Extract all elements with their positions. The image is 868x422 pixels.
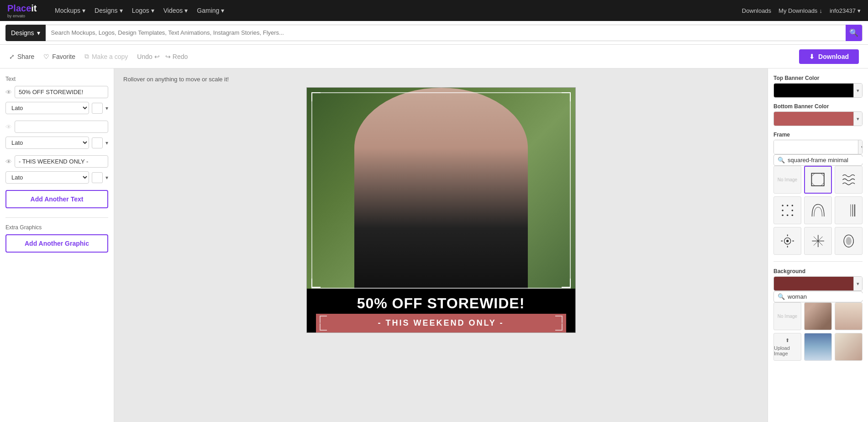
search-type-select[interactable]: Designs ▾ bbox=[5, 25, 46, 41]
nav-item-designs[interactable]: Designs ▾ bbox=[95, 7, 123, 14]
color-picker-2[interactable] bbox=[92, 137, 103, 148]
frame-thumb-stripes[interactable] bbox=[835, 196, 863, 224]
logo-place: Place bbox=[7, 3, 31, 13]
bg-thumb-woman3[interactable] bbox=[835, 302, 863, 330]
user-menu[interactable]: info23437 ▾ bbox=[830, 7, 861, 14]
visibility-icon-2[interactable]: 👁 bbox=[5, 123, 12, 131]
nav-item-logos[interactable]: Logos ▾ bbox=[132, 7, 154, 14]
nav-items: Mockups ▾ Designs ▾ Logos ▾ Videos ▾ Gam… bbox=[55, 7, 731, 14]
banner-sub-banner: - THIS WEEKEND ONLY - bbox=[316, 314, 566, 332]
favorite-button[interactable]: ♡ Favorite bbox=[43, 53, 75, 60]
background-section: Background ▾ 🔍 No Image ⬆ Upload Im bbox=[773, 268, 863, 361]
svg-point-9 bbox=[791, 210, 793, 211]
font-select-3[interactable]: Lato bbox=[5, 171, 89, 184]
nav-item-gaming[interactable]: Gaming ▾ bbox=[197, 7, 224, 14]
rollover-hint: Rollover on anything to move or scale it… bbox=[121, 76, 229, 83]
banner-sub-text: - THIS WEEKEND ONLY - bbox=[325, 318, 557, 328]
frame-thumb-arch[interactable] bbox=[804, 196, 832, 224]
bg-search-wrap: 🔍 bbox=[773, 291, 863, 302]
bottom-banner-color-picker[interactable]: ▾ bbox=[773, 111, 863, 126]
redo-button[interactable]: ↪ Redo bbox=[165, 53, 188, 60]
search-icon: 🔍 bbox=[778, 157, 785, 164]
background-color-chevron[interactable]: ▾ bbox=[853, 277, 862, 290]
svg-point-27 bbox=[846, 237, 851, 245]
bg-thumb-woman1[interactable] bbox=[804, 302, 832, 330]
frame-thumb-blob[interactable] bbox=[835, 227, 863, 255]
nav-right: Downloads My Downloads ↓ info23437 ▾ bbox=[742, 7, 861, 14]
frame-search-input[interactable] bbox=[788, 157, 864, 164]
banner-corner-tr bbox=[555, 316, 563, 323]
search-input-wrap: 🔍 bbox=[46, 25, 863, 41]
visibility-icon-1[interactable]: 👁 bbox=[5, 89, 12, 96]
banner-main-text: 50% OFF STOREWIDE! bbox=[316, 295, 566, 312]
heart-icon: ♡ bbox=[43, 53, 49, 60]
font-select-2[interactable]: Lato bbox=[5, 137, 89, 149]
download-arrow-icon: ↓ bbox=[819, 7, 822, 14]
svg-point-10 bbox=[782, 214, 784, 216]
frame-select-input[interactable] bbox=[774, 140, 858, 154]
frame-select-chevron[interactable]: ▾ bbox=[858, 140, 863, 154]
make-copy-button[interactable]: ⧉ Make a copy bbox=[84, 53, 128, 60]
downloads-tab[interactable]: Downloads bbox=[742, 7, 771, 14]
bottom-banner-chevron[interactable]: ▾ bbox=[853, 112, 862, 126]
bg-search-input[interactable] bbox=[788, 293, 864, 300]
chevron-down-icon: ▾ bbox=[82, 7, 85, 14]
download-button[interactable]: ⬇ Download bbox=[799, 49, 859, 64]
undo-redo-group: Undo ↩ ↪ Redo bbox=[137, 53, 188, 60]
background-color-picker[interactable]: ▾ bbox=[773, 276, 863, 291]
frame-thumb-none[interactable]: No Image bbox=[773, 166, 801, 194]
text-input-3[interactable] bbox=[15, 155, 108, 168]
bg-thumb-none[interactable]: No Image bbox=[773, 302, 801, 330]
bg-thumb-woman4[interactable] bbox=[835, 333, 863, 361]
nav-item-mockups[interactable]: Mockups ▾ bbox=[55, 7, 85, 14]
toolbar: ⤢ Share ♡ Favorite ⧉ Make a copy Undo ↩ … bbox=[0, 45, 868, 69]
search-button[interactable]: 🔍 bbox=[846, 25, 862, 41]
text-input-2[interactable] bbox=[15, 121, 108, 133]
svg-point-5 bbox=[782, 205, 784, 206]
frame-thumb-squared[interactable] bbox=[804, 166, 832, 194]
add-text-button[interactable]: Add Another Text bbox=[5, 190, 108, 208]
share-button[interactable]: ⤢ Share bbox=[9, 53, 34, 60]
expand-btn-2[interactable]: ▾ bbox=[105, 140, 108, 146]
svg-point-17 bbox=[786, 240, 789, 242]
bg-thumb-woman2[interactable] bbox=[804, 333, 832, 361]
svg-line-1 bbox=[812, 174, 815, 177]
search-bar: Designs ▾ 🔍 bbox=[0, 21, 868, 45]
add-graphic-button[interactable]: Add Another Graphic bbox=[5, 234, 108, 253]
text-input-1[interactable] bbox=[15, 86, 108, 98]
chevron-down-icon: ▾ bbox=[37, 29, 40, 37]
chevron-down-icon: ▾ bbox=[857, 7, 861, 14]
bottom-banner-color-section: Bottom Banner Color ▾ bbox=[773, 103, 863, 126]
color-picker-3[interactable] bbox=[92, 172, 103, 183]
undo-button[interactable]: Undo ↩ bbox=[137, 53, 159, 60]
top-banner-color-picker[interactable]: ▾ bbox=[773, 83, 863, 98]
top-banner-color-label: Top Banner Color bbox=[773, 75, 863, 81]
expand-btn-3[interactable]: ▾ bbox=[105, 174, 108, 181]
canvas-image[interactable] bbox=[307, 88, 575, 289]
bg-thumb-upload[interactable]: ⬆ Upload Image bbox=[773, 333, 801, 361]
left-panel: Text 👁 Lato ▾ 👁 Lato ▾ 👁 bbox=[0, 69, 114, 422]
search-input[interactable] bbox=[46, 29, 846, 36]
expand-btn-1[interactable]: ▾ bbox=[105, 105, 108, 111]
svg-line-2 bbox=[812, 183, 815, 186]
top-banner-chevron[interactable]: ▾ bbox=[853, 84, 862, 97]
svg-point-7 bbox=[791, 205, 793, 206]
frame-thumb-wavy[interactable] bbox=[835, 166, 863, 194]
visibility-icon-3[interactable]: 👁 bbox=[5, 158, 12, 165]
top-banner-color-section: Top Banner Color ▾ bbox=[773, 75, 863, 98]
my-downloads[interactable]: My Downloads ↓ bbox=[779, 7, 822, 14]
frame-thumb-gear[interactable] bbox=[773, 227, 801, 255]
logo-it: it bbox=[31, 3, 37, 13]
top-nav: Placeit by envato Mockups ▾ Designs ▾ Lo… bbox=[0, 0, 868, 21]
chevron-down-icon: ▾ bbox=[221, 7, 224, 14]
frame-thumb-dotted[interactable] bbox=[773, 196, 801, 224]
nav-item-videos[interactable]: Videos ▾ bbox=[163, 7, 188, 14]
background-color-swatch bbox=[774, 277, 853, 290]
upload-icon: ⬆ bbox=[785, 338, 789, 343]
frame-corner-bl bbox=[311, 279, 321, 288]
color-picker-1[interactable] bbox=[92, 103, 103, 114]
share-icon: ⤢ bbox=[9, 53, 15, 60]
font-select-1[interactable]: Lato bbox=[5, 102, 89, 114]
frame-thumb-starcross[interactable] bbox=[804, 227, 832, 255]
logo[interactable]: Placeit by envato bbox=[7, 3, 44, 18]
